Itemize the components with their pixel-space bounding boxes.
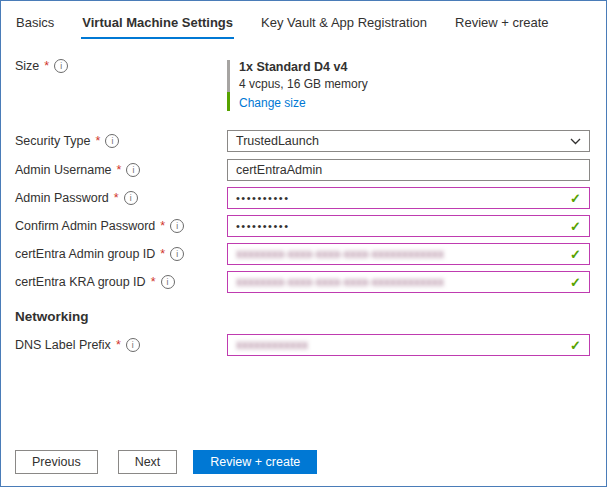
certentra-kra-group-id-label: certEntra KRA group ID * i <box>15 275 227 289</box>
certentra-admin-group-id-label: certEntra Admin group ID * i <box>15 247 227 261</box>
info-glyph: i <box>132 341 134 350</box>
info-icon[interactable]: i <box>105 134 119 148</box>
size-control: 1x Standard D4 v4 4 vcpus, 16 GB memory … <box>227 59 590 112</box>
change-size-link[interactable]: Change size <box>239 96 306 110</box>
size-label: Size * i <box>15 59 227 73</box>
admin-username-control: certEntraAdmin <box>227 159 590 181</box>
certentra-kra-group-id-value: xxxxxxxx-xxxx-xxxx-xxxx-xxxxxxxxxxxx <box>236 275 444 289</box>
confirm-admin-password-label: Confirm Admin Password * i <box>15 219 227 233</box>
required-asterisk: * <box>117 163 122 177</box>
valid-check-icon: ✓ <box>570 192 581 205</box>
confirm-admin-password-input[interactable]: •••••••••• ✓ <box>227 215 590 237</box>
info-icon[interactable]: i <box>170 247 184 261</box>
size-summary: 1x Standard D4 v4 4 vcpus, 16 GB memory … <box>227 59 590 112</box>
tab-virtual-machine-settings[interactable]: Virtual Machine Settings <box>81 13 234 39</box>
security-type-select[interactable]: TrustedLaunch <box>227 130 590 152</box>
info-glyph: i <box>130 194 132 203</box>
certentra-kra-group-id-row: certEntra KRA group ID * i xxxxxxxx-xxxx… <box>15 271 590 293</box>
info-icon[interactable]: i <box>126 163 140 177</box>
tab-basics[interactable]: Basics <box>15 13 55 39</box>
dns-label-prefix-input[interactable]: xxxxxxxxxxxx ✓ <box>227 334 590 356</box>
required-asterisk: * <box>44 59 49 73</box>
certentra-admin-group-id-input[interactable]: xxxxxxxx-xxxx-xxxx-xxxx-xxxxxxxxxxxx ✓ <box>227 243 590 265</box>
review-create-button[interactable]: Review + create <box>193 450 317 474</box>
admin-username-input[interactable]: certEntraAdmin <box>227 159 590 181</box>
confirm-admin-password-label-text: Confirm Admin Password <box>15 219 155 233</box>
admin-password-label: Admin Password * i <box>15 191 227 205</box>
tab-bar: Basics Virtual Machine Settings Key Vaul… <box>15 13 590 39</box>
admin-username-label: Admin Username * i <box>15 163 227 177</box>
size-name: 1x Standard D4 v4 <box>239 60 590 74</box>
wizard-footer: Previous Next Review + create <box>15 450 317 474</box>
info-icon[interactable]: i <box>124 191 138 205</box>
confirm-admin-password-control: •••••••••• ✓ <box>227 215 590 237</box>
required-asterisk: * <box>116 338 121 352</box>
info-icon[interactable]: i <box>54 59 68 73</box>
certentra-admin-group-id-control: xxxxxxxx-xxxx-xxxx-xxxx-xxxxxxxxxxxx ✓ <box>227 243 590 265</box>
dns-label-prefix-value: xxxxxxxxxxxx <box>236 338 308 352</box>
required-asterisk: * <box>160 247 165 261</box>
valid-check-icon: ✓ <box>570 248 581 261</box>
next-button[interactable]: Next <box>118 450 178 474</box>
info-icon[interactable]: i <box>161 275 175 289</box>
security-type-control: TrustedLaunch <box>227 130 590 152</box>
security-type-value: TrustedLaunch <box>236 134 319 148</box>
confirm-admin-password-row: Confirm Admin Password * i •••••••••• ✓ <box>15 215 590 237</box>
security-type-label-text: Security Type <box>15 134 91 148</box>
admin-username-label-text: Admin Username <box>15 163 112 177</box>
info-icon[interactable]: i <box>170 219 184 233</box>
dns-label-prefix-row: DNS Label Prefix * i xxxxxxxxxxxx ✓ <box>15 334 590 356</box>
info-glyph: i <box>111 137 113 146</box>
certentra-admin-group-id-value: xxxxxxxx-xxxx-xxxx-xxxx-xxxxxxxxxxxx <box>236 247 444 261</box>
networking-section-heading: Networking <box>15 309 590 324</box>
admin-username-value: certEntraAdmin <box>236 163 322 177</box>
admin-password-value: •••••••••• <box>236 192 290 204</box>
certentra-kra-group-id-label-text: certEntra KRA group ID <box>15 275 146 289</box>
certentra-admin-group-id-label-text: certEntra Admin group ID <box>15 247 155 261</box>
chevron-down-icon <box>570 138 581 145</box>
admin-password-row: Admin Password * i •••••••••• ✓ <box>15 187 590 209</box>
admin-password-label-text: Admin Password <box>15 191 109 205</box>
wizard-panel: Basics Virtual Machine Settings Key Vaul… <box>0 0 607 487</box>
confirm-admin-password-value: •••••••••• <box>236 220 290 232</box>
admin-password-input[interactable]: •••••••••• ✓ <box>227 187 590 209</box>
security-type-row: Security Type * i TrustedLaunch <box>15 130 590 152</box>
previous-button[interactable]: Previous <box>15 450 98 474</box>
size-accent-bar <box>227 60 230 111</box>
info-glyph: i <box>176 222 178 231</box>
admin-username-row: Admin Username * i certEntraAdmin <box>15 159 590 181</box>
required-asterisk: * <box>114 191 119 205</box>
info-glyph: i <box>176 250 178 259</box>
admin-password-control: •••••••••• ✓ <box>227 187 590 209</box>
certentra-admin-group-id-row: certEntra Admin group ID * i xxxxxxxx-xx… <box>15 243 590 265</box>
valid-check-icon: ✓ <box>570 220 581 233</box>
tab-key-vault-app-registration[interactable]: Key Vault & App Registration <box>260 13 428 39</box>
info-icon[interactable]: i <box>126 338 140 352</box>
security-type-label: Security Type * i <box>15 134 227 148</box>
info-glyph: i <box>60 62 62 71</box>
info-glyph: i <box>167 278 169 287</box>
required-asterisk: * <box>96 134 101 148</box>
dns-label-prefix-label: DNS Label Prefix * i <box>15 338 227 352</box>
tab-review-create[interactable]: Review + create <box>454 13 550 39</box>
required-asterisk: * <box>160 219 165 233</box>
size-row: Size * i 1x Standard D4 v4 4 vcpus, 16 G… <box>15 59 590 112</box>
certentra-kra-group-id-control: xxxxxxxx-xxxx-xxxx-xxxx-xxxxxxxxxxxx ✓ <box>227 271 590 293</box>
dns-label-prefix-control: xxxxxxxxxxxx ✓ <box>227 334 590 356</box>
dns-label-prefix-label-text: DNS Label Prefix <box>15 338 111 352</box>
valid-check-icon: ✓ <box>570 339 581 352</box>
certentra-kra-group-id-input[interactable]: xxxxxxxx-xxxx-xxxx-xxxx-xxxxxxxxxxxx ✓ <box>227 271 590 293</box>
valid-check-icon: ✓ <box>570 276 581 289</box>
size-label-text: Size <box>15 59 39 73</box>
info-glyph: i <box>133 166 135 175</box>
required-asterisk: * <box>151 275 156 289</box>
size-specs: 4 vcpus, 16 GB memory <box>239 77 590 91</box>
